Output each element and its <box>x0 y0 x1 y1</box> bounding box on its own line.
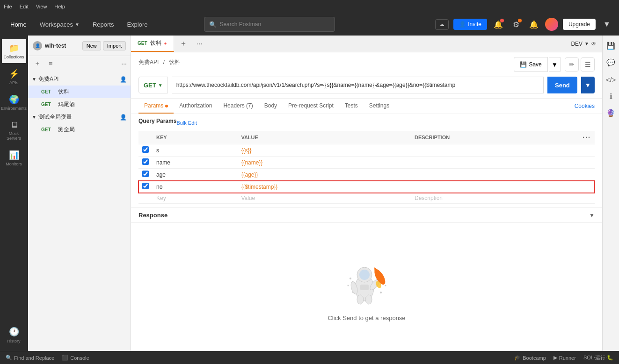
nav-home[interactable]: Home <box>6 18 31 31</box>
right-panel-magic-icon[interactable]: 🔮 <box>604 107 618 120</box>
menu-view[interactable]: View <box>36 4 47 9</box>
console-button[interactable]: ⬛ Console <box>62 355 89 361</box>
svg-point-15 <box>385 285 386 286</box>
param-key-0[interactable]: s <box>156 147 159 154</box>
panel-more-icon[interactable]: ··· <box>121 60 127 67</box>
save-dropdown-button[interactable]: ▼ <box>549 57 561 72</box>
tab-more-icon[interactable]: ··· <box>193 40 206 48</box>
avatar[interactable] <box>545 18 558 31</box>
param-key-3[interactable]: no <box>156 184 162 190</box>
collection-name-free-api: 免费API <box>38 75 118 83</box>
nav-reports[interactable]: Reports <box>88 18 119 31</box>
environment-select[interactable]: DEV ▼ <box>571 41 589 47</box>
invite-button[interactable]: 👤 Invite <box>453 19 487 30</box>
right-panel-comment-icon[interactable]: 💬 <box>604 56 618 69</box>
new-button[interactable]: New <box>82 41 101 50</box>
param-checkbox-0[interactable] <box>142 146 149 153</box>
send-dropdown-button[interactable]: ▼ <box>581 77 595 93</box>
cookies-button[interactable]: Cookies <box>575 103 595 109</box>
collection-header-free-api[interactable]: ▼ 免费API 👤 <box>28 73 131 86</box>
param-key-2[interactable]: age <box>156 171 166 178</box>
sidebar-item-apis[interactable]: ⚡ APIs <box>2 65 26 89</box>
sidebar-item-environments[interactable]: 🌍 Environments <box>2 91 26 114</box>
tab-settings[interactable]: Settings <box>364 99 395 114</box>
param-value-placeholder[interactable]: Value <box>241 195 255 201</box>
right-panel-info-icon[interactable]: ℹ <box>604 90 618 103</box>
param-value-1[interactable]: {{name}} <box>241 159 262 166</box>
right-panel-code-icon[interactable]: </> <box>604 73 618 86</box>
find-replace-button[interactable]: 🔍 Find and Replace <box>6 355 54 361</box>
response-title: Response <box>138 212 167 219</box>
sidebar-item-history[interactable]: 🕐 History <box>2 323 26 347</box>
tab-headers[interactable]: Headers (7) <box>218 99 258 114</box>
panel-actions: New Import <box>82 41 126 50</box>
alert-icon[interactable]: 🔔 <box>527 18 540 31</box>
tab-pre-request[interactable]: Pre-request Script <box>283 99 339 114</box>
search-input[interactable] <box>219 21 330 28</box>
param-value-2[interactable]: {{age}} <box>241 171 258 178</box>
left-panel-header: 👤 wlh-test New Import <box>28 36 131 56</box>
sidebar-item-mock-servers[interactable]: 🖥 Mock Servers <box>2 116 26 144</box>
tab-add-button[interactable]: ＋ <box>174 39 193 49</box>
header-right: ☁ 👤 Invite 🔔 ⚙ 🔔 Upgrade ▼ <box>435 18 613 31</box>
param-key-1[interactable]: name <box>156 159 170 166</box>
save-button[interactable]: 💾 Save <box>514 57 547 72</box>
param-checkbox-1[interactable] <box>142 158 149 165</box>
tab-env-selector: DEV ▼ 👁 <box>565 41 602 47</box>
params-more-icon[interactable]: ··· <box>583 134 591 141</box>
add-collection-icon[interactable]: ＋ <box>32 58 43 69</box>
send-button[interactable]: Send <box>547 77 577 93</box>
param-key-placeholder[interactable]: Key <box>156 195 166 201</box>
bootcamp-icon: 🎓 <box>514 355 521 361</box>
table-row-empty: Key Value Description <box>138 193 595 204</box>
dropdown-arrow-icon[interactable]: ▼ <box>600 18 613 31</box>
menu-file[interactable]: File <box>4 4 12 9</box>
response-collapse-icon[interactable]: ▼ <box>589 212 595 219</box>
tab-authorization[interactable]: Authorization <box>174 99 218 114</box>
sql-button[interactable]: SQL·运行·🐛 <box>583 354 613 361</box>
sidebar-item-monitors[interactable]: 📊 Monitors <box>2 146 26 170</box>
tab-drinks[interactable]: GET 饮料 ● <box>131 36 174 52</box>
svg-point-14 <box>380 292 382 293</box>
tabs-bar: GET 饮料 ● ＋ ··· DEV ▼ 👁 <box>131 36 602 52</box>
tab-body[interactable]: Body <box>259 99 283 114</box>
docs-icon[interactable]: ☰ <box>581 57 595 71</box>
right-panel-save-icon[interactable]: 💾 <box>604 39 618 52</box>
menu-edit[interactable]: Edit <box>20 4 29 9</box>
breadcrumb-separator: / <box>163 59 165 65</box>
svg-rect-7 <box>360 285 369 290</box>
import-button[interactable]: Import <box>103 41 126 50</box>
sidebar-item-collections[interactable]: 📁 Collections <box>2 39 26 63</box>
notifications-bell-icon[interactable]: 🔔 <box>492 18 505 31</box>
param-checkbox-2[interactable] <box>142 171 149 177</box>
bootcamp-button[interactable]: 🎓 Bootcamp <box>514 354 546 361</box>
method-badge-get: GET <box>41 89 55 94</box>
collection-icon-0: 👤 <box>120 76 127 83</box>
tab-params[interactable]: Params <box>138 99 174 114</box>
upgrade-button[interactable]: Upgrade <box>563 19 596 30</box>
bulk-edit-button[interactable]: Bulk Edit <box>176 120 197 126</box>
sync-button[interactable]: ☁ <box>435 19 449 30</box>
nav-explore[interactable]: Explore <box>122 18 152 31</box>
nav-workspaces[interactable]: Workspaces ▼ <box>35 18 84 31</box>
collection-header-global-vars[interactable]: ▼ 测试全局变量 👤 <box>28 111 131 123</box>
tab-tests[interactable]: Tests <box>339 99 364 114</box>
runner-button[interactable]: ▶ Runner <box>553 354 576 361</box>
response-empty-state: Click Send to get a response <box>131 223 602 351</box>
collection-item-global-test[interactable]: GET 测全局 <box>28 123 131 136</box>
collection-item-drinks[interactable]: GET 饮料 <box>28 86 131 98</box>
param-value-3[interactable]: {{$timestamp}} <box>241 184 277 190</box>
settings-icon[interactable]: ⚙ <box>510 18 523 31</box>
param-value-0[interactable]: {{s}} <box>241 147 251 154</box>
search-bar[interactable]: 🔍 <box>204 17 335 32</box>
eye-icon[interactable]: 👁 <box>591 41 597 47</box>
method-select[interactable]: GET ▼ <box>138 77 168 93</box>
param-checkbox-3[interactable] <box>142 183 149 189</box>
menu-help[interactable]: Help <box>54 4 65 9</box>
sort-icon[interactable]: ≡ <box>45 58 56 69</box>
collection-item-cocktail[interactable]: GET 鸡尾酒 <box>28 98 131 111</box>
env-current-label: DEV <box>571 41 583 47</box>
beautify-icon[interactable]: ✏ <box>565 57 579 71</box>
url-input[interactable] <box>172 77 544 93</box>
tab-close-icon[interactable]: ● <box>164 41 167 46</box>
